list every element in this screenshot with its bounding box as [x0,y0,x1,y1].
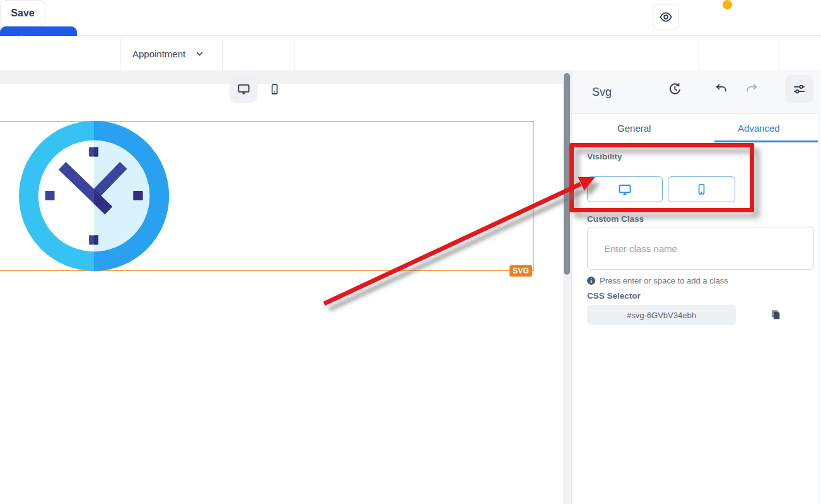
canvas-scrollbar[interactable] [563,71,571,504]
history-button[interactable] [661,76,688,103]
save-button[interactable]: Save [0,0,45,26]
undo-button[interactable] [709,76,734,103]
panel-title: Svg [592,86,612,99]
clock-svg-element[interactable] [19,121,169,271]
copy-selector-button[interactable] [769,307,783,321]
visibility-mobile-button[interactable] [668,176,735,202]
divider [222,36,223,71]
divider [294,36,294,71]
panel-header: Svg [572,71,821,114]
custom-class-hint-text: Press enter or space to add a class [600,276,728,285]
chevron-down-icon [195,50,204,58]
desktop-view-button[interactable] [230,76,257,103]
copy-icon [770,309,781,320]
selection-badge: SVG [509,265,532,277]
info-icon: i [587,277,595,285]
visibility-desktop-button[interactable] [587,176,663,202]
preview-button[interactable] [653,4,679,30]
divider [779,36,779,71]
eye-icon [659,10,673,24]
workspace: SVG Svg General Advanced Visibility [0,71,821,504]
unsaved-changes-dot [723,0,732,9]
tab-advanced[interactable]: Advanced [697,114,821,142]
mobile-view-button[interactable] [262,76,287,103]
panel-scrollbar-gutter[interactable] [818,71,821,504]
sliders-icon [792,82,806,96]
custom-class-input[interactable] [587,227,814,270]
divider [120,36,120,71]
page-selector-value: Appointment [132,49,185,59]
tab-general[interactable]: General [572,114,697,142]
topbar: Save Publish [0,0,821,36]
redo-icon [745,83,759,96]
css-selector-label: CSS Selector [587,291,641,301]
desktop-icon [617,182,632,197]
settings-button[interactable] [785,75,813,103]
settings-panel: Svg General Advanced Visibility Cu [571,71,821,504]
divider [699,36,699,71]
editor-canvas[interactable]: SVG [0,84,563,504]
history-icon [668,82,682,96]
undo-icon [714,83,728,96]
canvas-scrollbar-thumb[interactable] [564,73,570,275]
panel-tabs: General Advanced [572,114,821,142]
mobile-icon [695,183,708,196]
redo-button[interactable] [739,76,764,103]
css-selector-value: #svg-6GVbV34ebh [587,305,736,325]
custom-class-label: Custom Class [587,214,644,224]
secondary-toolbar: Appointment [0,36,821,71]
save-label: Save [11,8,34,18]
page-selector-dropdown[interactable]: Appointment [124,41,218,66]
custom-class-hint: i Press enter or space to add a class [587,276,728,285]
visibility-label: Visibility [587,152,622,161]
desktop-icon [236,82,251,96]
mobile-icon [268,83,281,96]
